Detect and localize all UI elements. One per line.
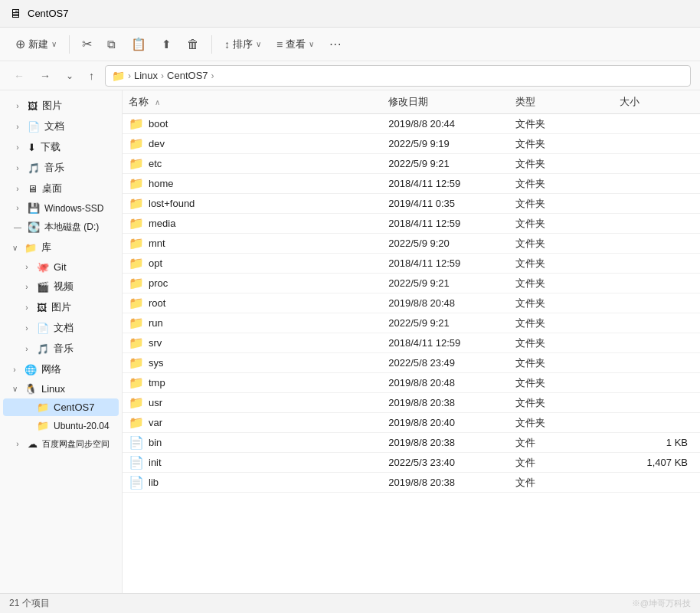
file-modified: 2018/4/11 12:59 [382, 174, 509, 194]
sidebar-item-baidu[interactable]: › ☁ 百度网盘同步空间 [3, 435, 119, 453]
file-name-cell: 📁 run [129, 316, 376, 330]
copy-button[interactable]: ⧉ [101, 34, 122, 54]
folder-icon: 📁 [129, 176, 144, 191]
sidebar-item-ubuntu[interactable]: 📁 Ubuntu-20.04 [3, 417, 119, 434]
file-name: bin [149, 437, 162, 448]
status-bar: 21 个项目 ※@坤哥万科技 [0, 593, 700, 613]
breadcrumb[interactable]: 📁 › Linux › CentOS7 › [105, 65, 691, 87]
expand-icon: › [12, 143, 23, 152]
file-size [613, 154, 700, 174]
table-row[interactable]: 📁 opt 2018/4/11 12:59 文件夹 [123, 254, 700, 274]
file-name: lib [149, 477, 159, 488]
file-name-cell: 📁 proc [129, 276, 376, 290]
table-row[interactable]: 📁 proc 2022/5/9 9:21 文件夹 [123, 274, 700, 293]
more-button[interactable]: ··· [323, 34, 348, 54]
col-modified[interactable]: 修改日期 [382, 90, 509, 114]
recent-button[interactable]: ⌄ [61, 67, 78, 84]
sidebar-item-linux[interactable]: ∨ 🐧 Linux [3, 380, 119, 398]
sidebar-item-network[interactable]: › 🌐 网络 [3, 359, 119, 379]
breadcrumb-centos7[interactable]: CentOS7 [167, 70, 208, 81]
breadcrumb-folder-icon: 📁 [112, 70, 125, 82]
folder-icon: 📁 [129, 395, 144, 410]
table-row[interactable]: 📁 dev 2022/5/9 9:19 文件夹 [123, 134, 700, 154]
divider-1 [69, 35, 70, 54]
cut-button[interactable]: ✂ [76, 34, 98, 54]
file-modified: 2019/8/8 20:38 [382, 433, 509, 453]
file-modified: 2022/5/9 9:20 [382, 234, 509, 254]
file-modified: 2019/8/8 20:44 [382, 114, 509, 134]
view-button[interactable]: ≡ 查看 ∨ [270, 34, 320, 54]
delete-button[interactable]: 🗑 [181, 34, 205, 54]
file-size [613, 174, 700, 194]
ubuntu-icon: 📁 [37, 420, 49, 431]
table-row[interactable]: 📁 tmp 2019/8/8 20:48 文件夹 [123, 373, 700, 393]
file-type: 文件夹 [509, 274, 613, 293]
file-modified: 2022/5/9 9:19 [382, 134, 509, 154]
file-name-cell: 📁 home [129, 176, 376, 191]
sidebar-item-local-d[interactable]: — 💽 本地磁盘 (D:) [3, 218, 119, 237]
file-name: proc [149, 277, 168, 289]
sidebar-item-videos[interactable]: › 🎬 视频 [3, 277, 119, 297]
paste-button[interactable]: 📋 [125, 34, 152, 54]
file-name-cell: 📁 lost+found [129, 196, 376, 211]
table-row[interactable]: 📁 srv 2018/4/11 12:59 文件夹 [123, 333, 700, 353]
sort-button[interactable]: ↕ 排序 ∨ [218, 34, 267, 54]
sidebar-item-git[interactable]: › 🐙 Git [3, 258, 119, 276]
sidebar-item-music[interactable]: › 🎵 音乐 [3, 158, 119, 178]
expand-icon: › [12, 440, 23, 448]
table-row[interactable]: 📁 run 2022/5/9 9:21 文件夹 [123, 313, 700, 333]
table-row[interactable]: 📁 home 2018/4/11 12:59 文件夹 [123, 174, 700, 194]
table-row[interactable]: 📁 lost+found 2019/4/11 0:35 文件夹 [123, 194, 700, 214]
table-row[interactable]: 📁 mnt 2022/5/9 9:20 文件夹 [123, 234, 700, 254]
table-row[interactable]: 📁 boot 2019/8/8 20:44 文件夹 [123, 114, 700, 134]
sidebar-item-lib-pictures[interactable]: › 🖼 图片 [3, 297, 119, 317]
sidebar-item-downloads[interactable]: › ⬇ 下载 [3, 137, 119, 157]
sidebar-item-lib-documents[interactable]: › 📄 文档 [3, 318, 119, 338]
file-modified: 2019/8/8 20:38 [382, 393, 509, 413]
title-bar-text: CentOS7 [28, 8, 68, 19]
sidebar-item-label: 下载 [41, 140, 61, 154]
back-button[interactable]: ← [9, 67, 29, 85]
title-bar: 🖥 CentOS7 [0, 0, 700, 28]
copy-icon: ⧉ [107, 38, 116, 51]
sidebar-item-lib-music[interactable]: › 🎵 音乐 [3, 339, 119, 359]
documents-icon: 📄 [28, 121, 40, 133]
col-name[interactable]: 名称 ∧ [123, 90, 382, 114]
file-name: boot [149, 118, 168, 129]
col-size[interactable]: 大小 [613, 90, 700, 114]
file-table: 名称 ∧ 修改日期 类型 大小 📁 boot 2019/8/8 20:44 文件… [123, 90, 700, 493]
forward-button[interactable]: → [35, 67, 55, 85]
col-type[interactable]: 类型 [509, 90, 613, 114]
table-row[interactable]: 📁 sys 2022/5/8 23:49 文件夹 [123, 353, 700, 373]
sort-icon: ↕ [224, 38, 230, 51]
expand-icon: › [21, 324, 32, 333]
table-row[interactable]: 📁 etc 2022/5/9 9:21 文件夹 [123, 154, 700, 174]
table-row[interactable]: 📁 media 2018/4/11 12:59 文件夹 [123, 214, 700, 234]
up-button[interactable]: ↑ [84, 67, 99, 85]
file-type: 文件夹 [509, 353, 613, 373]
breadcrumb-linux[interactable]: Linux [134, 70, 158, 81]
file-icon: 📄 [129, 435, 144, 450]
file-size [613, 313, 700, 333]
sidebar-item-windows-ssd[interactable]: › 💾 Windows-SSD [3, 199, 119, 217]
table-row[interactable]: 📄 lib 2019/8/8 20:38 文件 [123, 473, 700, 493]
table-row[interactable]: 📁 var 2019/8/8 20:40 文件夹 [123, 413, 700, 433]
sidebar-item-documents[interactable]: › 📄 文档 [3, 116, 119, 136]
sidebar-item-label: Windows-SSD [44, 203, 103, 214]
new-button[interactable]: ⊕ 新建 ∨ [9, 34, 63, 54]
expand-icon: ∨ [9, 385, 20, 393]
folder-icon: 📁 [129, 116, 144, 131]
table-row[interactable]: 📄 init 2022/5/3 23:40 文件 1,407 KB [123, 453, 700, 473]
table-row[interactable]: 📁 usr 2019/8/8 20:38 文件夹 [123, 393, 700, 413]
table-row[interactable]: 📄 bin 2019/8/8 20:38 文件 1 KB [123, 433, 700, 453]
file-name-cell: 📁 etc [129, 156, 376, 171]
sidebar-item-libraries[interactable]: ∨ 📁 库 [3, 238, 119, 257]
sidebar-item-centos7[interactable]: 📁 CentOS7 [3, 398, 119, 416]
table-row[interactable]: 📁 root 2019/8/8 20:48 文件夹 [123, 293, 700, 313]
paste-icon: 📋 [131, 37, 146, 51]
file-name: srv [149, 337, 162, 349]
sidebar-item-pictures[interactable]: › 🖼 图片 [3, 96, 119, 116]
sidebar-item-desktop[interactable]: › 🖥 桌面 [3, 179, 119, 198]
share-button[interactable]: ⬆ [155, 34, 178, 54]
file-name: init [149, 457, 162, 468]
